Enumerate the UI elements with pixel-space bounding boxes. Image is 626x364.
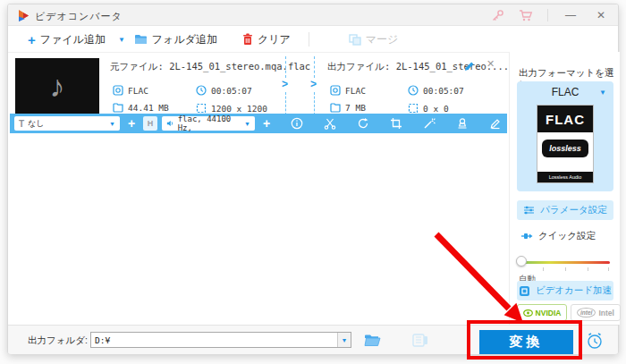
intel-logo: intel	[577, 308, 596, 317]
dashed-separator	[285, 92, 286, 115]
toolbar-divider	[309, 32, 309, 47]
output-file-name: 出力ファイル: 2L-145_01_stereo....	[327, 61, 509, 73]
nvidia-eye-icon	[523, 309, 533, 317]
folder-icon	[134, 34, 148, 45]
dashed-separator	[285, 56, 286, 78]
convert-button[interactable]: 変換	[479, 330, 573, 354]
rotate-icon[interactable]	[357, 117, 369, 130]
quality-slider-track[interactable]	[520, 261, 610, 264]
clear-button[interactable]: クリア	[242, 32, 291, 47]
output-dimensions: 0 x 0	[408, 103, 449, 114]
slider-tick	[588, 267, 588, 271]
output-format: FLAC	[330, 85, 366, 96]
output-folder-input[interactable]	[91, 335, 337, 345]
preview-disabled-icon	[412, 334, 428, 347]
merge-icon	[349, 34, 361, 46]
output-folder-label: 出力フォルダ:	[28, 334, 88, 347]
edit-pen-icon[interactable]	[489, 117, 502, 130]
titlebar-divider	[547, 9, 548, 21]
remove-file-button[interactable]: ✕	[486, 58, 495, 70]
crop-icon[interactable]	[390, 117, 402, 130]
chevron-down-icon: ▼	[118, 36, 125, 44]
gpu-acceleration-label: ビデオカード加速	[536, 284, 612, 297]
chevron-down-icon[interactable]: ▼	[599, 89, 606, 97]
slider-tick	[565, 267, 566, 271]
source-format: FLAC	[113, 85, 148, 96]
bottom-bar: 出力フォルダ: ▼ 変換	[8, 325, 618, 354]
source-dimensions: 1200 x 1200	[196, 103, 267, 114]
close-button[interactable]: ✕	[593, 9, 609, 21]
hardware-toggle-button[interactable]: H	[143, 116, 157, 131]
schedule-alarm-icon[interactable]	[585, 331, 605, 351]
watermark-stamp-icon[interactable]	[456, 117, 469, 130]
format-icon	[330, 85, 341, 96]
source-duration: 00:05:07	[196, 85, 252, 96]
cart-icon[interactable]	[519, 9, 533, 22]
lossless-audio-label: Lossless Audio	[537, 172, 593, 182]
rename-button[interactable]	[463, 60, 475, 76]
output-size: 7 MB	[330, 103, 366, 113]
info-icon[interactable]	[291, 117, 303, 130]
source-size: 44.41 MB	[113, 103, 169, 113]
subtitle-value: なし	[28, 118, 44, 130]
music-note-icon: ♪	[50, 69, 65, 104]
app-logo-icon	[17, 9, 30, 22]
quick-settings-label: クイック設定	[538, 230, 596, 242]
chevron-down-icon: ▼	[244, 121, 250, 127]
slider-tick	[608, 267, 609, 271]
sliders-icon	[523, 205, 535, 216]
merge-button: マージ	[349, 32, 399, 47]
intel-button[interactable]: intel Intel	[571, 304, 621, 321]
cut-icon[interactable]	[324, 117, 336, 130]
file-thumbnail[interactable]: ♪	[15, 58, 99, 114]
nvidia-button[interactable]: NVIDIA	[517, 304, 567, 321]
open-folder-button[interactable]	[364, 334, 381, 347]
quality-slider-knob[interactable]	[516, 256, 527, 267]
merge-label: マージ	[366, 32, 399, 47]
parameter-settings-label: パラメータ設定	[540, 204, 606, 216]
format-selector-panel[interactable]: FLAC ▼ FLAC lossless Lossless Audio	[517, 81, 613, 191]
app-window: ビデオコンバータ — ✕ + ファイル追加 ▼	[7, 4, 619, 354]
bottom-divider	[467, 326, 468, 355]
lossless-logo: lossless	[542, 140, 588, 157]
window-title: ビデオコンバータ	[35, 10, 123, 23]
file-size-icon	[113, 103, 123, 113]
clear-label: クリア	[258, 32, 291, 47]
gpu-acceleration-button[interactable]: ビデオカード加速	[517, 281, 613, 301]
source-file-name: 元ファイル: 2L-145_01_stereo.mqa.flac	[110, 61, 310, 73]
register-key-icon[interactable]	[491, 9, 504, 22]
add-file-dropdown[interactable]: ▼	[118, 36, 125, 44]
minimize-button[interactable]: —	[563, 9, 579, 21]
effect-wand-icon[interactable]	[423, 117, 436, 130]
nvidia-label: NVIDIA	[536, 309, 562, 317]
parameter-settings-button[interactable]: パラメータ設定	[517, 200, 613, 220]
edit-toolbar: T なし ▼ + H flac, 44100 Hz, ▼ +	[10, 114, 507, 133]
output-folder-dropdown[interactable]: ▼	[337, 333, 351, 347]
file-size-icon	[330, 103, 341, 113]
add-audio-button[interactable]: +	[259, 116, 274, 131]
dashed-separator	[314, 92, 315, 115]
main-toolbar: + ファイル追加 ▼ フォルダ追加 クリア	[8, 27, 618, 53]
gpu-icon	[519, 285, 530, 297]
subtitle-dropdown[interactable]: T なし ▼	[14, 116, 120, 131]
chevron-right-icon: >	[282, 78, 288, 90]
slider-tick	[543, 267, 544, 271]
clock-icon	[196, 85, 207, 96]
add-file-button[interactable]: + ファイル追加	[28, 32, 106, 47]
dashed-separator	[314, 56, 315, 78]
speaker-icon	[166, 119, 174, 128]
pencil-icon	[463, 61, 475, 72]
trash-icon	[242, 33, 253, 46]
audio-track-dropdown[interactable]: flac, 44100 Hz, ▼	[162, 116, 255, 131]
flac-logo-text: FLAC	[537, 106, 593, 132]
output-format-sidebar: 出力フォーマットを選択 FLAC ▼ FLAC lossless Lossles…	[509, 52, 620, 325]
format-icon	[113, 85, 123, 96]
resolution-icon	[196, 103, 207, 114]
audio-track-value: flac, 44100 Hz,	[178, 114, 241, 132]
intel-label: Intel	[598, 309, 613, 317]
subtitle-t-icon: T	[19, 119, 24, 129]
add-subtitle-button[interactable]: +	[124, 116, 139, 131]
quick-settings-button[interactable]: クイック設定	[520, 230, 596, 242]
add-file-label: ファイル追加	[40, 32, 106, 47]
add-folder-button[interactable]: フォルダ追加	[134, 32, 217, 47]
